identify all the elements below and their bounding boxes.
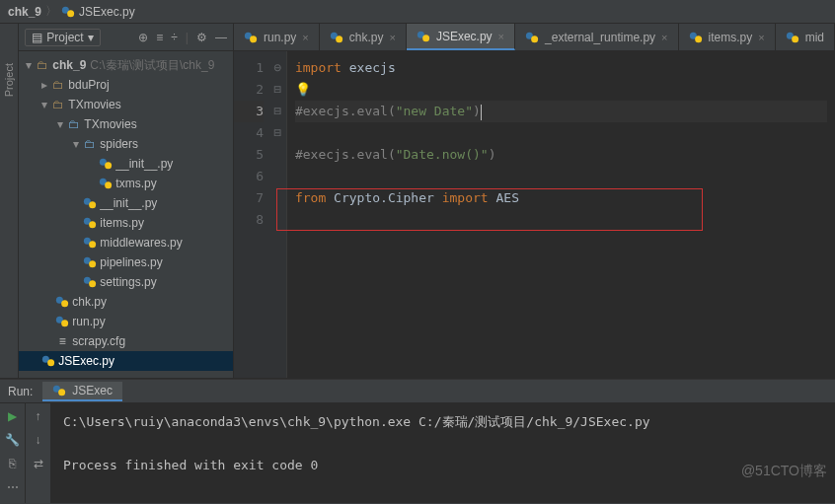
tab-items[interactable]: items.py× xyxy=(679,24,776,50)
code-area[interactable]: import execjs 💡 #execjs.eval("new Date")… xyxy=(287,51,835,378)
text-caret xyxy=(481,105,482,120)
svg-point-17 xyxy=(61,300,68,307)
tree-file-pipelines[interactable]: pipelines.py xyxy=(19,252,233,272)
tree-pkg-txmovies[interactable]: ▾ TXmovies xyxy=(19,114,233,134)
python-file-icon xyxy=(98,157,114,171)
svg-point-11 xyxy=(89,241,96,248)
folder-icon xyxy=(50,78,66,92)
console-result: Process finished with exit code 0 xyxy=(63,455,823,476)
svg-point-23 xyxy=(250,36,257,42)
project-dropdown[interactable]: ▤ Project ▾ xyxy=(25,29,100,46)
tree-file-scrapycfg[interactable]: ≡ scrapy.cfg xyxy=(19,331,233,351)
project-pane: ▤ Project ▾ ⊕ ≡ ÷ | ⚙ — ▾ chk_9 C:\秦瑞\测试… xyxy=(19,24,234,378)
run-tab[interactable]: JSExec xyxy=(42,382,122,401)
filter-icon[interactable]: ⇄ xyxy=(34,457,43,470)
rerun-icon[interactable]: ▶ xyxy=(8,409,17,423)
project-tree[interactable]: ▾ chk_9 C:\秦瑞\测试项目\chk_9 ▸ bduProj ▾ TXm… xyxy=(19,51,233,378)
tree-file-txms[interactable]: txms.py xyxy=(19,174,233,193)
close-icon[interactable]: × xyxy=(758,32,764,43)
tree-file-jsexec[interactable]: JSExec.py xyxy=(19,351,233,371)
package-icon xyxy=(66,117,82,131)
tree-file-run[interactable]: run.py xyxy=(19,312,233,331)
console-output[interactable]: C:\Users\ruiy\anaconda3\envs\chk_9\pytho… xyxy=(51,403,835,503)
svg-point-7 xyxy=(89,201,96,208)
stack-icon[interactable]: ⎘ xyxy=(9,457,16,470)
tree-root[interactable]: ▾ chk_9 C:\秦瑞\测试项目\chk_9 xyxy=(19,55,233,75)
close-icon[interactable]: × xyxy=(661,32,667,43)
intention-bulb-icon[interactable]: 💡 xyxy=(295,82,311,97)
python-file-icon xyxy=(82,275,98,289)
python-file-icon xyxy=(82,236,98,250)
python-file-icon xyxy=(417,30,430,43)
python-file-icon xyxy=(52,384,66,397)
breadcrumb-sep: 〉 xyxy=(45,3,57,20)
down-icon[interactable]: ↓ xyxy=(36,433,41,447)
run-label: Run: xyxy=(8,385,33,398)
tab-jsexec[interactable]: JSExec.py× xyxy=(407,24,515,50)
python-file-icon xyxy=(689,31,703,44)
tree-file-items[interactable]: items.py xyxy=(19,213,233,233)
close-icon[interactable]: × xyxy=(302,32,308,43)
text-file-icon: ≡ xyxy=(54,334,70,348)
chevron-down-icon: ▾ xyxy=(88,31,94,44)
run-panel: Run: JSExec ▶ 🔧 ⎘ ⋯ ↑ ↓ ⇄ C:\Users\ruiy\… xyxy=(0,379,835,503)
close-icon[interactable]: × xyxy=(498,31,504,42)
package-icon xyxy=(82,137,98,151)
hide-icon[interactable]: — xyxy=(215,31,227,44)
python-file-icon xyxy=(82,216,98,230)
tree-file-middlewares[interactable]: middlewares.py xyxy=(19,233,233,252)
svg-point-3 xyxy=(105,162,112,169)
editor-body[interactable]: 1 2 3 4 5 6 7 8 ⊖⊟⊟⊟ import execjs 💡 #ex… xyxy=(234,51,835,378)
project-side-label[interactable]: Project xyxy=(3,63,15,97)
run-toolbar-secondary: ↑ ↓ ⇄ xyxy=(26,403,51,503)
up-icon[interactable]: ↑ xyxy=(36,409,41,423)
tab-external[interactable]: _external_runtime.py× xyxy=(515,24,679,50)
python-file-icon xyxy=(82,196,98,210)
run-header: Run: JSExec xyxy=(0,380,835,403)
python-file-icon xyxy=(98,177,114,190)
project-title: Project xyxy=(46,31,83,44)
close-icon[interactable]: × xyxy=(389,32,395,43)
toolbar-sep: | xyxy=(186,31,189,44)
tree-file-chk[interactable]: chk.py xyxy=(19,292,233,312)
expand-icon[interactable]: ≡ xyxy=(156,31,163,44)
tree-file-init[interactable]: __init__.py xyxy=(19,193,233,213)
more-icon[interactable]: ⋯ xyxy=(7,480,19,494)
tree-file-settings[interactable]: settings.py xyxy=(19,272,233,292)
svg-point-25 xyxy=(336,36,342,42)
breadcrumb-file[interactable]: JSExec.py xyxy=(79,5,135,19)
svg-point-15 xyxy=(89,280,96,287)
tab-mid[interactable]: mid xyxy=(776,24,835,50)
svg-point-33 xyxy=(792,36,798,42)
breadcrumb-root[interactable]: chk_9 xyxy=(8,5,41,19)
project-header: ▤ Project ▾ ⊕ ≡ ÷ | ⚙ — xyxy=(19,24,233,51)
python-file-icon xyxy=(54,295,70,309)
svg-point-19 xyxy=(61,320,68,326)
tree-pkg-spiders[interactable]: ▾ spiders xyxy=(19,134,233,154)
tree-folder-txmovies[interactable]: ▾ TXmovies xyxy=(19,95,233,114)
tab-chk[interactable]: chk.py× xyxy=(320,24,407,50)
wrench-icon[interactable]: 🔧 xyxy=(5,433,20,447)
python-file-icon xyxy=(330,31,343,44)
svg-point-5 xyxy=(105,181,112,188)
tree-folder-bduproj[interactable]: ▸ bduProj xyxy=(19,75,233,95)
python-file-icon xyxy=(82,255,98,269)
tab-run[interactable]: run.py× xyxy=(234,24,320,50)
breadcrumb: chk_9 〉 JSExec.py xyxy=(0,0,835,24)
locate-icon[interactable]: ⊕ xyxy=(138,31,148,44)
run-toolbar-primary: ▶ 🔧 ⎘ ⋯ xyxy=(0,403,26,503)
svg-point-21 xyxy=(47,359,54,366)
python-file-icon xyxy=(525,31,539,44)
project-icon: ▤ xyxy=(32,31,42,44)
left-tool-gutter[interactable]: Project xyxy=(0,24,19,378)
fold-gutter[interactable]: ⊖⊟⊟⊟ xyxy=(269,51,287,378)
python-file-icon xyxy=(244,31,258,44)
python-file-icon xyxy=(786,31,799,44)
gear-icon[interactable]: ⚙ xyxy=(196,31,207,44)
editor-area: run.py× chk.py× JSExec.py× _external_run… xyxy=(234,24,835,378)
python-file-icon xyxy=(40,354,56,368)
line-gutter: 1 2 3 4 5 6 7 8 xyxy=(234,51,269,378)
tree-file-spiders-init[interactable]: __init__.py xyxy=(19,154,233,174)
python-file-icon xyxy=(61,5,75,19)
collapse-icon[interactable]: ÷ xyxy=(171,31,178,44)
